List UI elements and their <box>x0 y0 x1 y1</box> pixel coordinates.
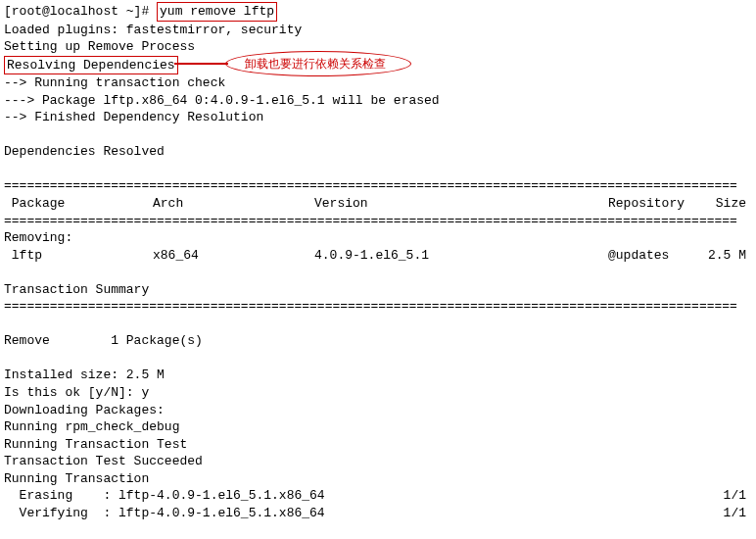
output-line: Running Transaction Test <box>4 436 752 454</box>
col-repository: Repository <box>608 195 706 213</box>
installed-size: Installed size: 2.5 M <box>4 367 752 384</box>
separator-line: ========================================… <box>4 177 752 195</box>
erasing-text: Erasing : lftp-4.0.9-1.el6_5.1.x86_64 <box>4 487 724 505</box>
blank-line <box>4 350 752 368</box>
blank-line <box>4 316 752 333</box>
col-arch: Arch <box>153 195 314 213</box>
col-version: Version <box>314 195 608 213</box>
verifying-progress: 1/1 <box>724 505 752 522</box>
blank-line <box>4 161 752 178</box>
output-line: Running rpm_check_debug <box>4 418 752 436</box>
section-removing: Removing: <box>4 229 752 247</box>
cell-arch: x86_64 <box>153 247 314 265</box>
blank-line <box>4 264 752 281</box>
blank-line <box>4 521 752 539</box>
dependencies-highlight-box: Resolving Dependencies <box>4 56 178 75</box>
confirm-prompt: Is this ok [y/N]: y <box>4 384 752 402</box>
verifying-text: Verifying : lftp-4.0.9-1.el6_5.1.x86_64 <box>4 505 724 522</box>
output-line: Running Transaction <box>4 470 752 488</box>
output-line: Loaded plugins: fastestmirror, security <box>4 22 752 39</box>
transaction-summary-label: Transaction Summary <box>4 281 752 299</box>
output-line: ---> Package lftp.x86_64 0:4.0.9-1.el6_5… <box>4 92 752 110</box>
col-size: Size <box>706 195 752 213</box>
cell-size: 2.5 M <box>706 247 752 265</box>
output-line: Setting up Remove Process <box>4 38 752 56</box>
output-line: Downloading Packages: <box>4 402 752 419</box>
cell-package: lftp <box>4 247 153 265</box>
command-text: yum remove lftp <box>160 4 274 19</box>
output-line: Dependencies Resolved <box>4 143 752 161</box>
resolving-deps-text: Resolving Dependencies <box>7 58 175 73</box>
output-line: Transaction Test Succeeded <box>4 453 752 470</box>
erasing-row: Erasing : lftp-4.0.9-1.el6_5.1.x86_64 1/… <box>4 487 752 505</box>
table-row: lftp x86_64 4.0.9-1.el6_5.1 @updates 2.5… <box>4 247 752 265</box>
cell-version: 4.0.9-1.el6_5.1 <box>314 247 608 265</box>
verifying-row: Verifying : lftp-4.0.9-1.el6_5.1.x86_64 … <box>4 505 752 522</box>
shell-prompt: [root@localhost ~]# <box>4 4 157 19</box>
erasing-progress: 1/1 <box>724 487 752 505</box>
prompt-line: [root@localhost ~]# yum remove lftp <box>4 2 752 22</box>
output-line: --> Finished Dependency Resolution <box>4 109 752 126</box>
separator-line: ========================================… <box>4 298 752 316</box>
table-header: Package Arch Version Repository Size <box>4 195 752 213</box>
cell-repository: @updates <box>608 247 706 265</box>
output-line: --> Running transaction check <box>4 74 752 92</box>
annotation-connector <box>174 63 228 65</box>
blank-line <box>4 126 752 144</box>
separator-line: ========================================… <box>4 213 752 230</box>
col-package: Package <box>4 195 153 213</box>
remove-count: Remove 1 Package(s) <box>4 332 752 350</box>
annotation-text: 卸载也要进行依赖关系检查 <box>245 56 386 72</box>
command-highlight-box: yum remove lftp <box>157 2 277 22</box>
